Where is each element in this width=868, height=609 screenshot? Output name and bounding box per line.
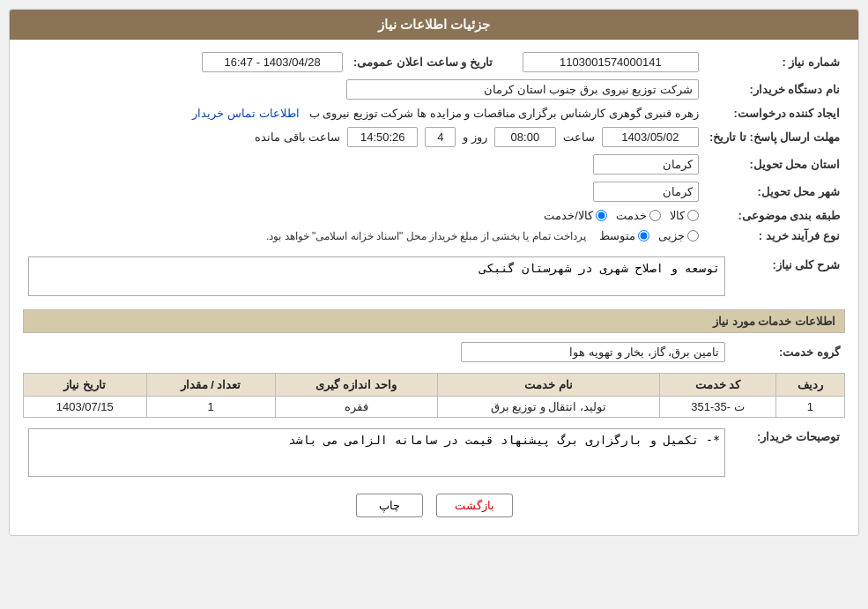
sharh-label: شرح کلی نیاز: — [731, 253, 845, 302]
shahr-label: شهر محل تحویل: — [704, 178, 845, 205]
radio-jozii-input[interactable] — [687, 230, 699, 241]
cell-tedad: 1 — [146, 397, 275, 418]
nooe-farayand-label: نوع فرآیند خرید : — [704, 226, 845, 246]
nooe-notice: پرداخت تمام یا بخشی از مبلغ خریداز محل "… — [266, 230, 586, 242]
gorooh-value-cell: تامین برق، گاز، بخار و تهویه هوا — [23, 338, 731, 366]
ijad-link[interactable]: اطلاعات تماس خریدار — [192, 107, 299, 120]
btn-chap[interactable]: چاپ — [356, 494, 423, 517]
cell-kod: ت -35-351 — [660, 397, 776, 418]
tosiyat-label: توصیحات خریدار: — [731, 425, 845, 483]
col-radif: ردیف — [775, 374, 844, 397]
tosiyat-value-cell — [23, 425, 731, 483]
shahr-input: کرمان — [593, 182, 699, 202]
cell-radif: 1 — [775, 397, 844, 418]
cell-tarikh: 1403/07/15 — [24, 397, 147, 418]
radio-khadamat-input[interactable] — [649, 210, 661, 221]
radio-kala-input[interactable] — [687, 210, 699, 221]
mohlat-label: مهلت ارسال پاسخ: تا تاریخ: — [704, 123, 845, 151]
ostan-input: کرمان — [593, 154, 699, 175]
tarikh-value-cell: 1403/04/28 - 16:47 — [23, 48, 348, 76]
gorooh-label: گروه خدمت: — [731, 338, 845, 366]
sharh-textarea[interactable]: <span data-bind="fields.sharh_value"></s… — [28, 256, 725, 296]
mohlat-rooz-input: 4 — [425, 127, 456, 147]
radio-motavasset-input[interactable] — [638, 230, 649, 241]
radio-kala-khadamat-input[interactable] — [596, 210, 607, 221]
shomara-niaz-value-cell: 1103001574000141 — [510, 48, 704, 76]
nam-dastgah-label: نام دستگاه خریدار: — [704, 76, 845, 103]
tarikh-input: 1403/04/28 - 16:47 — [202, 52, 343, 72]
tarikh-label: تاریخ و ساعت اعلان عمومی: — [348, 48, 510, 76]
mohlat-time-input: 08:00 — [494, 127, 556, 147]
nooe-farayand-value-cell: جزیی متوسط پرداخت تمام یا بخشی از مبلغ خ… — [23, 226, 704, 246]
btn-bazgasht[interactable]: بازگشت — [436, 494, 513, 517]
mohlat-saat-input: 14:50:26 — [347, 127, 418, 147]
ostan-label: استان محل تحویل: — [704, 151, 845, 178]
shahr-value-cell: کرمان — [23, 178, 704, 205]
cell-nam: تولید، انتقال و توزیع برق — [437, 397, 659, 418]
nam-dastgah-input: شرکت توزیع نیروی برق جنوب استان کرمان — [346, 79, 699, 100]
radio-khadamat[interactable]: خدمت — [616, 209, 661, 222]
sharh-value-cell: <span data-bind="fields.sharh_value"></s… — [23, 253, 731, 302]
shomara-niaz-input: 1103001574000141 — [523, 52, 699, 72]
khadamat-section-header: اطلاعات خدمات مورد نیاز — [23, 309, 845, 333]
cell-vahed: فقره — [275, 397, 437, 418]
tosiyat-textarea[interactable] — [28, 428, 725, 477]
ijad-label: ایجاد کننده درخواست: — [704, 103, 845, 123]
col-tedad: تعداد / مقدار — [146, 374, 275, 397]
page-title: جزئیات اطلاعات نیاز — [378, 17, 490, 32]
mohlat-value-cell: 1403/05/02 ساعت 08:00 روز و 4 14:5 — [23, 123, 704, 151]
services-table: ردیف کد خدمت نام خدمت واحد اندازه گیری ت… — [23, 373, 845, 418]
radio-kala[interactable]: کالا — [670, 209, 699, 222]
gorooh-input: تامین برق، گاز، بخار و تهویه هوا — [461, 342, 725, 362]
tabaqe-value-cell: کالا خدمت کالا/خدمت — [23, 205, 704, 226]
mohlat-date-input: 1403/05/02 — [602, 127, 699, 147]
page-header: جزئیات اطلاعات نیاز — [10, 10, 858, 40]
nam-dastgah-value-cell: شرکت توزیع نیروی برق جنوب استان کرمان — [23, 76, 704, 103]
ijad-value-cell: زهره فنبری گوهری کارشناس برگزاری مناقصات… — [23, 103, 704, 123]
col-tarikh: تاریخ نیاز — [24, 374, 147, 397]
table-row: 1ت -35-351تولید، انتقال و توزیع برقفقره1… — [24, 397, 845, 418]
col-nam: نام خدمت — [437, 374, 659, 397]
tabaqe-label: طبقه بندی موضوعی: — [704, 205, 845, 226]
col-vahed: واحد اندازه گیری — [275, 374, 437, 397]
shomara-niaz-label: شماره نیاز : — [704, 48, 845, 76]
radio-jozii[interactable]: جزیی — [658, 229, 699, 242]
radio-motavasset[interactable]: متوسط — [599, 229, 649, 242]
col-kod: کد خدمت — [660, 374, 776, 397]
radio-kala-khadamat[interactable]: کالا/خدمت — [544, 209, 607, 222]
bottom-buttons: بازگشت چاپ — [23, 494, 845, 526]
ostan-value-cell: کرمان — [23, 151, 704, 178]
